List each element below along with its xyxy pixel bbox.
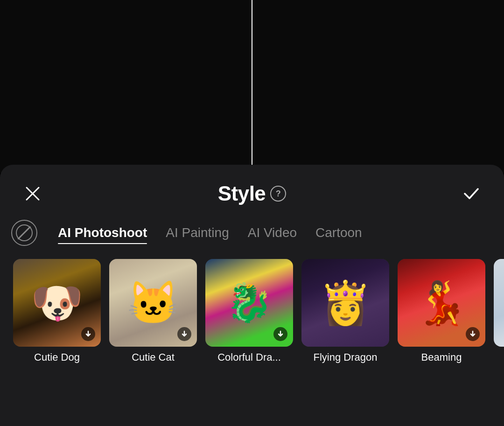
tab-cartoon[interactable]: Cartoon bbox=[306, 222, 371, 244]
style-bottom-sheet: Style ? AI Photoshoot AI Painting AI Vid… bbox=[0, 165, 504, 426]
download-indicator bbox=[81, 327, 95, 341]
partial-image bbox=[494, 259, 504, 347]
style-image-partial bbox=[494, 259, 504, 347]
style-card-beaming[interactable]: Beaming bbox=[398, 259, 485, 363]
style-card-cutie-cat[interactable]: Cutie Cat bbox=[109, 259, 197, 363]
style-label-cutie-cat: Cutie Cat bbox=[132, 351, 175, 363]
style-card-partial[interactable]: Wh... bbox=[494, 259, 504, 363]
no-style-icon bbox=[16, 224, 33, 241]
flying-dragon-image bbox=[301, 259, 389, 347]
vertical-divider-line bbox=[252, 0, 252, 173]
style-card-colorful-dragon[interactable]: Colorful Dra... bbox=[205, 259, 293, 363]
title-group: Style ? bbox=[218, 182, 287, 205]
style-image-cutie-dog bbox=[13, 259, 101, 347]
download-icon bbox=[181, 330, 188, 338]
style-label-cutie-dog: Cutie Dog bbox=[34, 351, 80, 363]
close-button[interactable] bbox=[21, 182, 45, 206]
download-icon bbox=[469, 330, 476, 338]
confirm-button[interactable] bbox=[459, 182, 483, 206]
sheet-header: Style ? bbox=[0, 165, 504, 215]
style-image-beaming bbox=[398, 259, 485, 347]
download-icon bbox=[84, 330, 92, 338]
tab-ai-video[interactable]: AI Video bbox=[238, 222, 306, 244]
style-image-cutie-cat bbox=[109, 259, 197, 347]
style-image-flying-dragon bbox=[301, 259, 389, 347]
help-icon-label: ? bbox=[276, 189, 281, 199]
download-icon bbox=[277, 330, 284, 338]
help-button[interactable]: ? bbox=[270, 186, 286, 202]
sheet-title: Style bbox=[218, 182, 266, 205]
download-indicator bbox=[177, 327, 191, 341]
checkmark-icon bbox=[462, 184, 481, 203]
no-style-button[interactable] bbox=[11, 220, 37, 246]
style-label-flying-dragon: Flying Dragon bbox=[314, 351, 378, 363]
download-indicator bbox=[466, 327, 480, 341]
style-label-colorful-dragon: Colorful Dra... bbox=[217, 351, 281, 363]
style-grid: Cutie Dog Cutie Cat bbox=[0, 254, 504, 377]
style-image-colorful-dragon bbox=[205, 259, 293, 347]
tab-ai-photoshoot[interactable]: AI Photoshoot bbox=[49, 222, 156, 244]
style-label-beaming: Beaming bbox=[421, 351, 462, 363]
bottom-safe-area bbox=[0, 377, 504, 387]
style-card-cutie-dog[interactable]: Cutie Dog bbox=[13, 259, 101, 363]
close-icon bbox=[25, 186, 41, 202]
category-tabs: AI Photoshoot AI Painting AI Video Carto… bbox=[0, 215, 504, 254]
style-card-flying-dragon[interactable]: Flying Dragon bbox=[301, 259, 389, 363]
download-indicator bbox=[273, 327, 287, 341]
top-preview-area bbox=[0, 0, 504, 173]
tab-ai-painting[interactable]: AI Painting bbox=[156, 222, 238, 244]
